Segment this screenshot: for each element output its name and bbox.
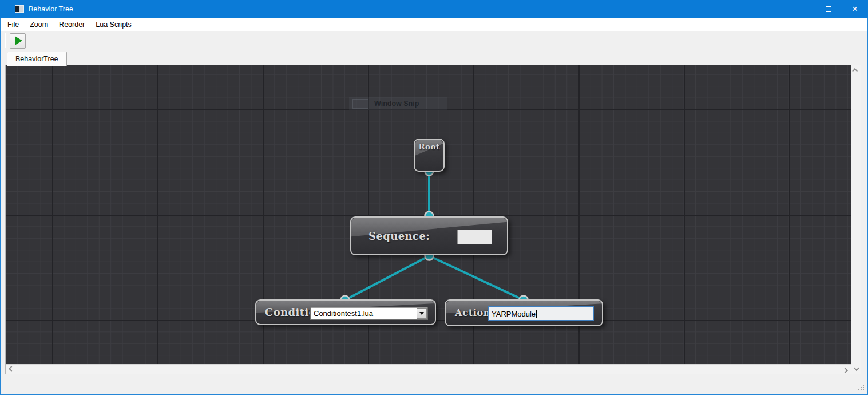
toolbar-separator (5, 33, 6, 48)
menu-zoom[interactable]: Zoom (25, 19, 53, 30)
window-controls: × (789, 0, 868, 18)
dropdown-arrow-button[interactable] (417, 308, 427, 319)
action-input-value: YARPModule (492, 310, 536, 318)
action-name-input[interactable]: YARPModule (488, 306, 594, 321)
tab-behaviortree[interactable]: BehaviorTree (7, 52, 67, 66)
node-editor-canvas[interactable]: Window Snip Root Sequence: (6, 65, 851, 364)
root-node-label: Root (415, 142, 443, 151)
close-button[interactable]: × (842, 0, 868, 18)
chevron-left-icon (9, 366, 14, 372)
sequence-name-field[interactable] (457, 230, 492, 244)
chevron-up-icon (852, 68, 858, 74)
horizontal-scrollbar[interactable] (6, 364, 851, 374)
menu-file[interactable]: File (2, 19, 24, 30)
run-button[interactable] (10, 33, 26, 49)
menu-reorder[interactable]: Reorder (54, 19, 90, 30)
connection-sequence-action (429, 256, 524, 300)
chevron-down-icon (419, 312, 424, 315)
play-icon (15, 36, 22, 45)
node-condition[interactable]: Condition Conditiontest1.lua (255, 299, 436, 325)
resize-grip[interactable] (858, 385, 864, 391)
menu-lua-scripts[interactable]: Lua Scripts (90, 19, 137, 30)
node-root[interactable]: Root (414, 139, 445, 172)
chevron-right-icon (842, 368, 848, 373)
window-title: Behavior Tree (29, 5, 73, 13)
status-bar (1, 374, 867, 394)
title-bar[interactable]: Behavior Tree × (0, 0, 868, 18)
sequence-node-label: Sequence: (368, 230, 430, 242)
workspace-frame: Window Snip Root Sequence: (5, 65, 861, 374)
action-node-label: Action (455, 307, 490, 318)
menu-bar: File Zoom Reorder Lua Scripts (1, 18, 867, 31)
maximize-button[interactable] (815, 0, 842, 18)
grip-dots-icon (863, 385, 864, 386)
close-icon: × (852, 4, 858, 14)
tab-bar: BehaviorTree (1, 50, 867, 65)
node-action[interactable]: Action YARPModule (445, 299, 603, 326)
condition-script-dropdown[interactable]: Conditiontest1.lua (310, 307, 428, 320)
vertical-scrollbar[interactable] (851, 65, 861, 374)
scroll-right-button[interactable] (841, 365, 851, 374)
toolbar (1, 31, 867, 50)
minimize-button[interactable] (789, 0, 815, 18)
app-window: Behavior Tree × File Zoom Reorder Lua Sc… (0, 0, 868, 395)
node-sequence[interactable]: Sequence: (350, 216, 508, 255)
text-cursor (536, 310, 537, 318)
maximize-icon (826, 6, 831, 12)
condition-script-value: Conditiontest1.lua (311, 309, 417, 318)
chevron-down-icon (854, 365, 859, 371)
connection-sequence-condition (345, 256, 429, 300)
app-icon (15, 5, 24, 13)
scroll-up-button[interactable] (851, 65, 861, 75)
scroll-down-button[interactable] (851, 364, 861, 374)
minimize-icon (799, 9, 806, 9)
scroll-left-button[interactable] (6, 365, 15, 374)
